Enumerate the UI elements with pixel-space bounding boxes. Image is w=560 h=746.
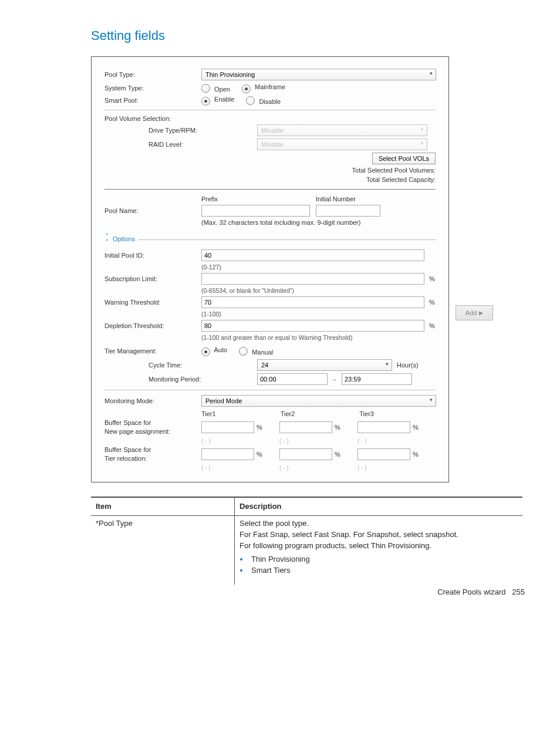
percent-suffix: % [335,424,340,431]
tier-placeholder: ( - ) [201,438,211,444]
monitoring-period-label: Monitoring Period: [104,376,257,383]
pool-name-hint: (Max. 32 characters total including max.… [201,219,360,226]
percent-suffix: % [257,451,262,458]
cycle-time-select[interactable]: 24 [257,359,392,371]
radio-icon [242,85,251,93]
range-separator: - [328,376,342,383]
warning-threshold-label: Warning Threshold: [104,299,201,306]
depletion-threshold-label: Depletion Threshold: [104,322,201,329]
percent-suffix: % [429,299,435,306]
table-cell-description: Select the pool type. For Fast Snap, sel… [235,516,522,584]
tier-management-label: Tier Management: [104,347,201,355]
tier-placeholder: ( - ) [357,465,367,471]
buffer-new-tier2-input[interactable] [279,421,332,433]
smart-pool-label: Smart Pool: [104,97,201,104]
radio-icon [201,84,210,93]
depletion-threshold-hint: (1-100 and greater than or equal to Warn… [201,334,436,341]
depletion-threshold-input[interactable] [201,320,424,332]
page-footer: Create Pools wizard 255 [437,588,525,596]
drive-type-label: Drive Type/RPM: [104,127,257,134]
pool-name-initial-input[interactable] [316,205,380,217]
drive-type-select: Mixable [257,124,427,136]
settings-panel: Pool Type: Thin Provisioning System Type… [91,56,449,482]
pool-type-select[interactable]: Thin Provisioning [201,69,436,80]
bullet-item: Thin Provisioning [249,554,518,565]
monitoring-to-input[interactable] [342,373,412,385]
monitoring-mode-select[interactable]: Period Mode [201,395,436,407]
total-selected-volumes-label: Total Selected Pool Volumes: [352,167,436,174]
buffer-new-label: Buffer Space for New page assignment: [104,418,201,437]
subscription-limit-hint: (0-65534, or blank for "Unlimited") [201,287,436,294]
percent-suffix: % [257,424,262,431]
tier-auto-radio[interactable]: Auto [201,346,227,355]
buffer-rel-tier3-input[interactable] [357,448,410,460]
percent-suffix: % [413,451,419,458]
radio-icon [201,97,210,106]
cycle-time-label: Cycle Time: [104,362,257,369]
buffer-rel-tier2-input[interactable] [279,448,332,460]
percent-suffix: % [429,275,435,282]
table-cell-item: *Pool Type [91,516,235,584]
select-pool-vols-button[interactable]: Select Pool VOLs [372,153,436,164]
system-type-open-radio[interactable]: Open [201,83,230,93]
monitoring-from-input[interactable] [257,373,328,385]
tier1-header: Tier1 [201,410,216,417]
buffer-new-tier3-input[interactable] [357,421,410,433]
total-selected-capacity-label: Total Selected Capacity: [366,176,436,183]
pool-name-label: Pool Name: [104,207,201,214]
divider [104,189,436,190]
divider [104,390,436,390]
chevron-right-icon: ▶ [479,310,483,316]
buffer-rel-label: Buffer Space for Tier relocation: [104,445,201,464]
pool-type-label: Pool Type: [104,71,201,78]
warning-threshold-input[interactable] [201,296,424,308]
smart-pool-enable-radio[interactable]: Enable [201,96,234,104]
tier3-header: Tier3 [359,410,374,417]
raid-level-label: RAID Level: [104,141,257,148]
raid-level-select: Mixable [257,139,427,150]
percent-suffix: % [429,322,435,329]
subscription-limit-input[interactable] [201,273,424,285]
monitoring-mode-label: Monitoring Mode: [104,397,201,404]
tier-placeholder: ( - ) [357,438,367,444]
table-header-item: Item [91,498,235,517]
radio-icon [239,347,248,356]
tier-placeholder: ( - ) [201,465,211,471]
table-header-description: Description [235,498,522,517]
prefix-header: Prefix [201,195,316,202]
options-toggle[interactable]: ⌃⌃ Options [104,233,436,245]
tier2-header: Tier2 [281,410,295,417]
pool-volume-selection-label: Pool Volume Selection: [104,115,171,122]
subscription-limit-label: Subscription Limit: [104,275,201,282]
cycle-time-unit: Hour(s) [397,362,419,369]
tier-manual-radio[interactable]: Manual [239,346,273,356]
initial-pool-id-label: Initial Pool ID: [104,252,201,259]
system-type-label: System Type: [104,85,201,92]
page-heading: Setting fields [91,28,525,43]
warning-threshold-hint: (1-100) [201,310,436,318]
buffer-new-tier1-input[interactable] [201,421,254,433]
smart-pool-disable-radio[interactable]: Disable [246,95,281,105]
system-type-mainframe-radio[interactable]: Mainframe [242,83,285,92]
percent-suffix: % [335,451,340,458]
bullet-item: Smart Tiers [249,565,518,576]
pool-name-prefix-input[interactable] [201,205,310,217]
initial-number-header: Initial Number [316,195,356,202]
description-table: Item Description *Pool Type Select the p… [91,497,522,585]
initial-pool-id-hint: (0-127) [201,264,436,271]
chevron-collapse-icon: ⌃⌃ [104,233,109,245]
initial-pool-id-input[interactable] [201,249,424,261]
radio-icon [201,347,210,356]
tier-placeholder: ( - ) [279,465,289,471]
radio-icon [246,96,255,105]
add-button[interactable]: Add ▶ [456,305,493,320]
tier-placeholder: ( - ) [279,438,289,444]
divider [104,110,436,110]
percent-suffix: % [413,424,419,431]
buffer-rel-tier1-input[interactable] [201,448,254,460]
